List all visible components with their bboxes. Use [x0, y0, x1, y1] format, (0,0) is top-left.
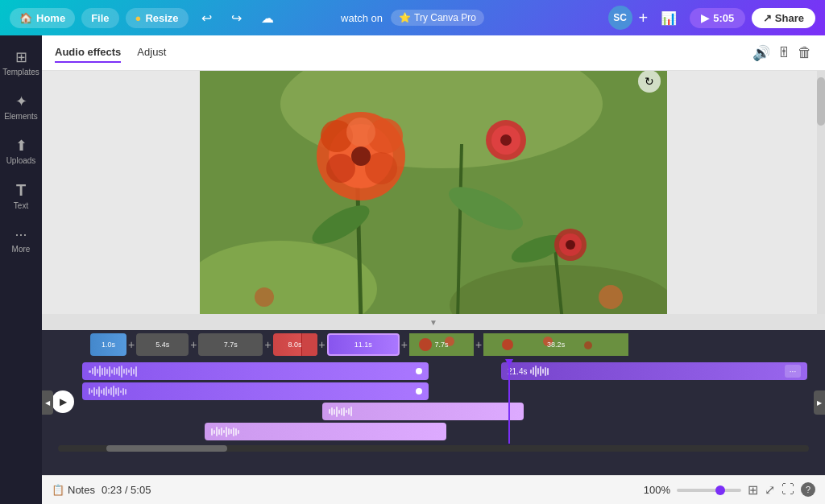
uploads-label: Uploads: [6, 156, 36, 165]
topbar-center: watch on ⭐ Try Canva Pro: [341, 10, 484, 26]
toolbar: Audio effects Adjust 🔊 🎚 🗑: [42, 35, 825, 71]
audio-track-3[interactable]: [82, 403, 819, 420]
audio-track-2-dot: [416, 388, 422, 395]
tab-audio-effects[interactable]: Audio effects: [55, 43, 121, 63]
try-canva-label: Try Canva Pro: [414, 12, 476, 23]
content-area: Audio effects Adjust 🔊 🎚 🗑: [42, 35, 825, 504]
volume-icon[interactable]: 🎚: [777, 44, 791, 61]
notes-button[interactable]: 📋 Notes: [52, 484, 95, 496]
topbar: 🏠 Home File ● Resize ↩ ↪ ☁ watch on ⭐ Tr…: [0, 0, 825, 35]
audio-track-4[interactable]: [82, 423, 819, 440]
try-canva-button[interactable]: ⭐ Try Canva Pro: [391, 10, 484, 26]
audio-track-1-dot: [416, 368, 422, 374]
avatar[interactable]: SC: [608, 6, 632, 30]
delete-icon[interactable]: 🗑: [798, 44, 812, 61]
home-button[interactable]: 🏠 Home: [10, 8, 75, 28]
audio-track-2[interactable]: [82, 382, 819, 400]
avatar-initials: SC: [613, 12, 627, 23]
audio-menu-button[interactable]: ···: [785, 365, 801, 378]
zoom-slider[interactable]: [677, 489, 741, 492]
clip-7[interactable]: 38.2s: [483, 333, 628, 356]
clip-add-2[interactable]: +: [190, 338, 197, 351]
audio-track-active[interactable]: 21.4s ···: [501, 362, 807, 380]
speaker-icon[interactable]: 🔊: [752, 44, 770, 62]
main-area: ⊞ Templates ✦ Elements ⬆ Uploads T Text …: [0, 35, 825, 504]
svg-point-32: [584, 341, 592, 349]
scrollbar-thumb-v: [817, 77, 825, 126]
clip-5-active[interactable]: 11.1s: [327, 333, 400, 356]
add-button[interactable]: +: [639, 9, 649, 27]
sidebar-item-templates[interactable]: ⊞ Templates: [0, 42, 42, 83]
clip-add-3[interactable]: +: [264, 338, 271, 351]
clip-4[interactable]: 8.0s: [273, 333, 317, 356]
clip-6-label: 7.7s: [434, 341, 448, 349]
home-label: Home: [36, 12, 65, 24]
zoom-percent-label: 100%: [644, 484, 670, 496]
notes-label: Notes: [68, 484, 95, 496]
play-time-label: 5:05: [713, 12, 734, 24]
watch-on-label: watch on: [341, 12, 383, 24]
ellipsis-icon: ···: [790, 367, 796, 376]
sidebar-item-uploads[interactable]: ⬆ Uploads: [0, 130, 42, 171]
sidebar-item-elements[interactable]: ✦ Elements: [0, 86, 42, 127]
clip-2-label: 5.4s: [155, 341, 169, 349]
play-button[interactable]: ▶ 5:05: [690, 8, 745, 28]
scroll-left-button[interactable]: ◀: [42, 390, 53, 415]
timeline-handle[interactable]: ▼: [42, 314, 825, 330]
horizontal-scrollbar[interactable]: [58, 445, 809, 452]
grid-icon[interactable]: ⊞: [748, 482, 758, 498]
bottombar: 📋 Notes 0:23 / 5:05 100% ⊞ ⤢ ⛶ ?: [42, 475, 825, 504]
svg-point-14: [346, 118, 375, 147]
audio-active-label: 21.4s: [508, 367, 527, 376]
clip-add-6[interactable]: +: [475, 338, 482, 351]
clip-1[interactable]: 1.0s: [90, 333, 126, 356]
sidebar-item-more[interactable]: ··· More: [0, 220, 42, 260]
clip-5-label: 11.1s: [354, 341, 372, 349]
canvas-area: ↻: [42, 71, 825, 314]
file-button[interactable]: File: [81, 8, 118, 28]
clip-6[interactable]: 7.7s: [409, 333, 474, 356]
text-label: Text: [14, 201, 28, 210]
text-icon: T: [16, 181, 26, 200]
flower-canvas-svg: [200, 71, 667, 314]
clip-3[interactable]: 7.7s: [198, 333, 263, 356]
zoom-controls: 100%: [644, 484, 741, 496]
help-icon[interactable]: ?: [801, 482, 815, 497]
share-button[interactable]: ↗ Share: [752, 8, 815, 28]
tab-adjust[interactable]: Adjust: [137, 43, 166, 63]
preview-image: ↻: [200, 71, 667, 314]
resize-button[interactable]: ● Resize: [126, 8, 189, 28]
uploads-icon: ⬆: [15, 137, 27, 155]
audio-tracks-area: ▶: [42, 359, 825, 444]
vertical-scrollbar[interactable]: [817, 71, 825, 314]
clip-2[interactable]: 5.4s: [136, 333, 189, 356]
zoom-thumb: [715, 485, 725, 495]
svg-point-24: [599, 285, 623, 309]
svg-point-25: [255, 287, 274, 307]
clip-add-4[interactable]: +: [319, 338, 325, 351]
elements-icon: ✦: [15, 93, 27, 110]
analytics-button[interactable]: 📊: [654, 7, 683, 29]
svg-point-30: [502, 339, 513, 350]
waveform-1: [89, 366, 416, 378]
scroll-left-icon: ◀: [45, 399, 50, 407]
refresh-button[interactable]: ↻: [638, 71, 661, 93]
sidebar: ⊞ Templates ✦ Elements ⬆ Uploads T Text …: [0, 35, 42, 504]
clip-4-label: 8.0s: [288, 341, 302, 349]
expand-icon[interactable]: ⛶: [781, 482, 794, 498]
scroll-right-button[interactable]: ▶: [814, 390, 825, 415]
templates-label: Templates: [2, 68, 39, 76]
sidebar-item-text[interactable]: T Text: [0, 175, 42, 217]
fit-icon[interactable]: ⤢: [765, 482, 775, 498]
timeline-play-button[interactable]: ▶: [52, 390, 74, 413]
scrollbar-thumb-h: [106, 445, 227, 452]
clip-add-1[interactable]: +: [128, 338, 135, 351]
audio-track-1[interactable]: 21.4s ···: [82, 362, 819, 380]
elements-label: Elements: [4, 112, 38, 121]
canva-star-icon: ⭐: [399, 12, 411, 23]
resize-label: Resize: [145, 12, 178, 24]
clip-add-5[interactable]: +: [401, 338, 408, 351]
redo-button[interactable]: ↪: [225, 7, 248, 29]
cloud-button[interactable]: ☁: [255, 7, 280, 29]
undo-button[interactable]: ↩: [195, 7, 218, 29]
